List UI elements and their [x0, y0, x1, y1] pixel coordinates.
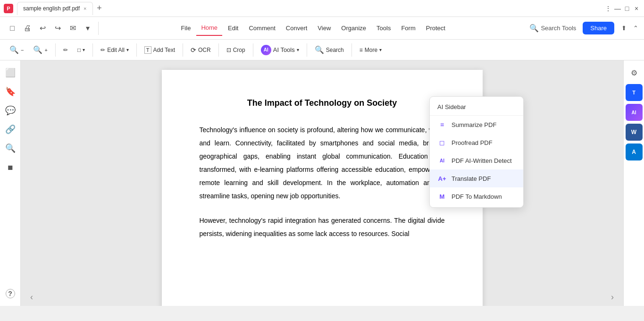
add-text-button[interactable]: T Add Text — [141, 42, 179, 58]
toolbar-right: 🔍 Search Tools Share ⬆ ⌃ — [526, 22, 638, 35]
ocr-icon: ⟳ — [191, 46, 196, 54]
ai-tools-dropdown: AI Sidebar ≡ Summarize PDF ◻ Proofread P… — [429, 96, 524, 208]
sidebar-links-button[interactable]: 🔗 — [2, 121, 19, 138]
separator-8 — [307, 43, 307, 57]
nav-item-edit[interactable]: Edit — [223, 21, 243, 36]
ocr-button[interactable]: ⟳ OCR — [187, 42, 215, 58]
zoom-in-button[interactable]: 🔍 + — [29, 42, 51, 58]
nav-item-tools[interactable]: Tools — [372, 21, 395, 36]
separator-5 — [183, 43, 183, 57]
toolbar-minimize-button[interactable]: ⌃ — [633, 25, 638, 32]
highlight-button[interactable]: ✏ — [59, 42, 72, 58]
sidebar-bookmarks-button[interactable]: 🔖 — [2, 83, 19, 100]
file-dropdown-button[interactable]: ▾ — [81, 22, 94, 35]
dropdown-item-markdown[interactable]: M PDF To Markdown — [430, 187, 523, 205]
nav-item-protect[interactable]: Protect — [421, 21, 450, 36]
links-icon: 🔗 — [5, 124, 16, 135]
nav-item-home[interactable]: Home — [196, 21, 222, 36]
file-tab[interactable]: sample english pdf.pdf × — [17, 2, 93, 15]
print-button[interactable]: 🖨 — [21, 22, 34, 35]
markdown-label: PDF To Markdown — [452, 193, 502, 200]
more-button[interactable]: ≡ More ▾ — [356, 42, 385, 58]
dropdown-item-ai-detect[interactable]: AI PDF AI-Written Detect — [430, 152, 523, 169]
summarize-label: Summarize PDF — [452, 121, 496, 128]
undo-button[interactable]: ↩ — [36, 22, 49, 35]
search-icon-2: 🔍 — [315, 45, 324, 54]
comments-icon: 💬 — [5, 105, 16, 116]
main-toolbar: □ 🖨 ↩ ↪ ✉ ▾ File Home Edit Comment Conve… — [0, 17, 644, 40]
ai-badge: AI — [261, 45, 271, 55]
pdf-title: The Impact of Technology on Society — [200, 98, 445, 108]
scroll-right-button[interactable]: › — [611, 292, 614, 302]
edit-all-button[interactable]: ✏ Edit All ▾ — [97, 42, 133, 58]
new-tab-button[interactable]: + — [94, 3, 105, 14]
rect-icon: □ — [77, 47, 81, 53]
zoom-out-icon: 🔍 — [9, 45, 19, 54]
proofread-label: Proofread PDF — [452, 139, 493, 146]
sidebar-layers-button[interactable]: ◼ — [2, 159, 19, 176]
azure-sidebar-button[interactable]: A — [626, 144, 643, 160]
sidebar-pages-button[interactable]: ⬜ — [2, 64, 19, 81]
sidebar-search-button[interactable]: 🔍 — [2, 140, 19, 157]
ai-tools-button[interactable]: AI AI Tools ▾ — [257, 43, 303, 57]
ai-sidebar-button[interactable]: AI — [626, 104, 643, 121]
layers-icon: ◼ — [8, 163, 13, 171]
file-icon-group: □ 🖨 ↩ ↪ ✉ ▾ — [6, 22, 94, 35]
more-chevron: ▾ — [379, 47, 382, 52]
translate-icon: A+ — [437, 174, 447, 183]
dropdown-item-translate[interactable]: A+ Translate PDF — [430, 169, 523, 187]
share-button[interactable]: Share — [583, 22, 614, 34]
left-sidebar: ⬜ 🔖 💬 🔗 🔍 ◼ ? — [0, 60, 21, 306]
separator-9 — [351, 43, 352, 57]
separator-2 — [55, 43, 56, 57]
ai-tools-chevron: ▾ — [297, 47, 299, 52]
zoom-out-button[interactable]: 🔍 − — [6, 42, 27, 58]
translate-sidebar-button[interactable]: T — [626, 84, 643, 101]
separator-7 — [253, 43, 253, 57]
minimize-button[interactable]: — — [614, 5, 621, 12]
sidebar-help-button[interactable]: ? — [2, 285, 19, 302]
window-controls: ⋮ — □ × — [604, 5, 640, 12]
nav-item-file[interactable]: File — [176, 21, 195, 36]
redo-button[interactable]: ↪ — [51, 22, 64, 35]
pdf-paragraph-1: Technology's influence on society is pro… — [200, 123, 445, 203]
nav-item-form[interactable]: Form — [396, 21, 420, 36]
sidebar-comments-button[interactable]: 💬 — [2, 102, 19, 119]
dropdown-item-proofread[interactable]: ◻ Proofread PDF — [430, 134, 523, 152]
titlebar: P sample english pdf.pdf × + ⋮ — □ × — [0, 0, 644, 17]
text-icon: T — [144, 46, 151, 54]
new-file-button[interactable]: □ — [6, 22, 19, 35]
crop-button[interactable]: ⊡ Crop — [223, 42, 249, 58]
nav-item-comment[interactable]: Comment — [244, 21, 280, 36]
nav-item-view[interactable]: View — [313, 21, 335, 36]
highlight-icon: ✏ — [63, 47, 68, 53]
search-button[interactable]: 🔍 Search — [311, 42, 348, 58]
bookmarks-icon: 🔖 — [5, 86, 16, 97]
right-sidebar: ⚙ T AI W A — [623, 60, 644, 306]
search-tools-button[interactable]: 🔍 Search Tools — [526, 22, 580, 34]
content-area: ⬜ 🔖 💬 🔗 🔍 ◼ ? The Impact of Technology o… — [0, 60, 644, 306]
upload-button[interactable]: ⬆ — [617, 22, 630, 35]
dropdown-item-summarize[interactable]: ≡ Summarize PDF — [430, 116, 523, 134]
nav-item-organize[interactable]: Organize — [336, 21, 371, 36]
separator-4 — [136, 43, 137, 57]
help-icon: ? — [6, 289, 15, 298]
more-options-button[interactable]: ⋮ — [604, 5, 612, 12]
pages-icon: ⬜ — [5, 68, 16, 78]
pdf-paragraph-2: However, technology's rapid integration … — [200, 214, 445, 240]
ai-detect-icon: AI — [437, 156, 447, 165]
word-sidebar-button[interactable]: W — [626, 124, 643, 141]
email-button[interactable]: ✉ — [66, 22, 79, 35]
close-button[interactable]: × — [633, 5, 640, 12]
rect-button[interactable]: □ ▾ — [74, 42, 89, 58]
scroll-left-button[interactable]: ‹ — [30, 292, 33, 302]
pdf-viewer: The Impact of Technology on Society Tech… — [21, 60, 623, 306]
maximize-button[interactable]: □ — [623, 5, 631, 12]
right-settings-button[interactable]: ⚙ — [626, 64, 643, 81]
search-icon: 🔍 — [529, 24, 539, 33]
app-icon: P — [4, 4, 13, 13]
tab-close-button[interactable]: × — [84, 6, 86, 11]
search-left-icon: 🔍 — [5, 143, 16, 153]
nav-item-convert[interactable]: Convert — [281, 21, 312, 36]
search-tools-label: Search Tools — [541, 25, 576, 32]
